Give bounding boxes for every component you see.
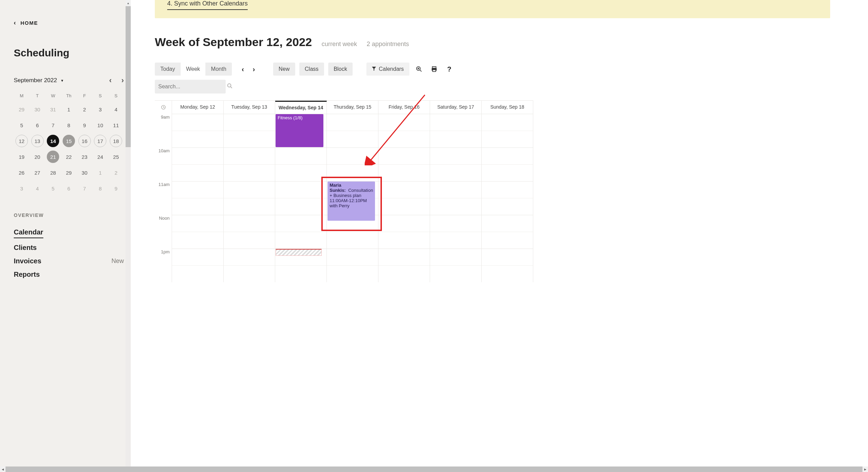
- mini-cal-day[interactable]: 24: [93, 150, 108, 164]
- zoom-button[interactable]: [414, 64, 425, 75]
- mini-cal-day[interactable]: 30: [30, 102, 45, 116]
- new-button[interactable]: New: [273, 63, 295, 76]
- mini-cal-day[interactable]: 1: [61, 102, 77, 116]
- mini-cal-day[interactable]: 20: [30, 150, 45, 164]
- next-month-button[interactable]: ›: [121, 76, 124, 85]
- calendar-cell[interactable]: [172, 114, 224, 147]
- scrollbar-up-arrow-icon[interactable]: ▲: [126, 0, 131, 6]
- sidebar-item-reports[interactable]: Reports: [14, 268, 124, 281]
- mini-cal-day[interactable]: 5: [45, 182, 61, 195]
- calendar-cell[interactable]: [172, 249, 224, 282]
- mini-cal-day[interactable]: 2: [108, 166, 124, 179]
- mini-cal-day[interactable]: 23: [77, 150, 93, 164]
- mini-cal-day[interactable]: 29: [61, 166, 77, 179]
- calendar-cell[interactable]: [482, 114, 533, 147]
- mini-cal-day[interactable]: 19: [14, 150, 30, 164]
- mini-cal-day[interactable]: 15: [61, 134, 77, 148]
- calendar-cell[interactable]: [482, 147, 533, 181]
- mini-cal-day[interactable]: 4: [108, 102, 124, 116]
- mini-cal-day[interactable]: 9: [108, 182, 124, 195]
- calendar-cell[interactable]: [430, 215, 482, 249]
- help-button[interactable]: ?: [444, 64, 455, 75]
- calendar-cell[interactable]: [378, 181, 430, 215]
- mini-cal-day[interactable]: 17: [93, 134, 108, 148]
- mini-cal-day[interactable]: 1: [93, 166, 108, 179]
- mini-cal-day[interactable]: 7: [45, 118, 61, 132]
- calendar-cell[interactable]: [430, 249, 482, 282]
- mini-cal-day[interactable]: 27: [30, 166, 45, 179]
- mini-cal-day[interactable]: 22: [61, 150, 77, 164]
- calendar-cell[interactable]: [327, 147, 378, 181]
- calendar-cell[interactable]: [275, 215, 327, 249]
- mini-cal-day[interactable]: 8: [93, 182, 108, 195]
- calendar-cell[interactable]: [430, 114, 482, 147]
- sidebar-item-invoices[interactable]: InvoicesNew: [14, 254, 124, 268]
- mini-cal-day[interactable]: 12: [14, 134, 30, 148]
- calendar-cell[interactable]: [482, 215, 533, 249]
- mini-cal-day[interactable]: 30: [77, 166, 93, 179]
- mini-cal-day[interactable]: 10: [93, 118, 108, 132]
- calendar-cell[interactable]: [378, 147, 430, 181]
- mini-cal-day[interactable]: 13: [30, 134, 45, 148]
- sidebar-item-calendar[interactable]: Calendar: [14, 226, 124, 241]
- calendar-cell[interactable]: [430, 181, 482, 215]
- banner-item[interactable]: 4. Sync with Other Calendars: [167, 0, 818, 10]
- mini-cal-day[interactable]: 14: [45, 134, 61, 148]
- calendar-cell[interactable]: [224, 147, 275, 181]
- calendar-cell[interactable]: [327, 114, 378, 147]
- calendar-cell[interactable]: [378, 249, 430, 282]
- print-button[interactable]: [429, 64, 440, 75]
- view-week[interactable]: Week: [181, 63, 206, 76]
- calendar-cell[interactable]: [224, 249, 275, 282]
- mini-cal-day[interactable]: 29: [14, 102, 30, 116]
- mini-cal-day[interactable]: 18: [108, 134, 124, 148]
- prev-month-button[interactable]: ‹: [109, 76, 111, 85]
- mini-cal-day[interactable]: 3: [14, 182, 30, 195]
- month-selector[interactable]: September 2022 ▼: [14, 77, 64, 84]
- calendar-cell[interactable]: [172, 147, 224, 181]
- mini-cal-day[interactable]: 31: [45, 102, 61, 116]
- calendars-filter-button[interactable]: Calendars: [366, 63, 409, 76]
- calendar-cell[interactable]: [224, 114, 275, 147]
- calendar-cell[interactable]: [224, 181, 275, 215]
- mini-cal-day[interactable]: 25: [108, 150, 124, 164]
- calendar-cell[interactable]: [430, 147, 482, 181]
- calendar-cell[interactable]: [224, 215, 275, 249]
- calendar-cell[interactable]: [172, 181, 224, 215]
- mini-cal-day[interactable]: 26: [14, 166, 30, 179]
- sidebar-item-clients[interactable]: Clients: [14, 241, 124, 254]
- calendar-cell[interactable]: [172, 215, 224, 249]
- class-button[interactable]: Class: [299, 63, 324, 76]
- mini-cal-day[interactable]: 7: [77, 182, 93, 195]
- calendar-cell[interactable]: [327, 249, 378, 282]
- mini-cal-day[interactable]: 9: [77, 118, 93, 132]
- search-box[interactable]: [155, 80, 226, 94]
- event-fitness[interactable]: Fitness (1/8): [276, 114, 323, 147]
- mini-cal-day[interactable]: 6: [30, 118, 45, 132]
- mini-cal-day[interactable]: 16: [77, 134, 93, 148]
- view-today[interactable]: Today: [155, 63, 181, 76]
- next-week-button[interactable]: ›: [249, 63, 259, 75]
- h-scrollbar-thumb[interactable]: [6, 466, 862, 472]
- scrollbar-thumb[interactable]: [126, 6, 131, 147]
- calendar-cell[interactable]: [378, 215, 430, 249]
- block-button[interactable]: Block: [328, 63, 353, 76]
- mini-cal-day[interactable]: 8: [61, 118, 77, 132]
- mini-cal-day[interactable]: 3: [93, 102, 108, 116]
- mini-cal-day[interactable]: 6: [61, 182, 77, 195]
- home-link[interactable]: ‹ HOME: [14, 19, 124, 26]
- calendar-cell[interactable]: [378, 114, 430, 147]
- calendar-cell[interactable]: [275, 181, 327, 215]
- sidebar-scrollbar[interactable]: ▲: [126, 0, 131, 472]
- scroll-right-arrow-icon[interactable]: ▶: [862, 466, 868, 472]
- mini-cal-day[interactable]: 11: [108, 118, 124, 132]
- prev-week-button[interactable]: ‹: [238, 63, 248, 75]
- horizontal-scrollbar[interactable]: ◀ ▶: [0, 466, 868, 472]
- mini-cal-day[interactable]: 5: [14, 118, 30, 132]
- mini-cal-day[interactable]: 4: [30, 182, 45, 195]
- mini-cal-day[interactable]: 21: [45, 150, 61, 164]
- search-input[interactable]: [158, 84, 227, 90]
- mini-cal-day[interactable]: 28: [45, 166, 61, 179]
- calendar-cell[interactable]: [482, 249, 533, 282]
- calendar-cell[interactable]: [275, 147, 327, 181]
